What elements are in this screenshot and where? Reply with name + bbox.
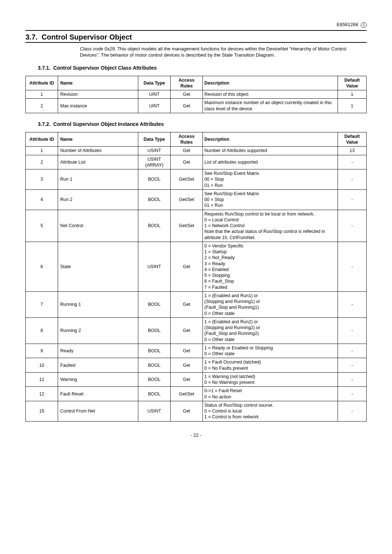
- intro-text: This object models all the management fu…: [80, 46, 346, 58]
- table-row: 2Attribute ListUSINT (ARRAY)GetList of a…: [26, 155, 367, 169]
- cell-id: 2: [26, 155, 58, 169]
- cell-name: Max instance: [58, 99, 138, 113]
- cell-type: BOOL: [138, 317, 171, 344]
- cell-name: Running 1: [58, 291, 138, 317]
- cell-def: -: [338, 317, 367, 344]
- cell-def: -: [338, 210, 367, 242]
- cell-type: BOOL: [138, 210, 171, 242]
- table-row: 3Run 1BOOLGet/SetSee Run/Stop Event Matr…: [26, 169, 367, 190]
- cell-rules: Get/Set: [171, 210, 203, 242]
- cell-id: 6: [26, 242, 58, 291]
- cell-id: 11: [26, 372, 58, 387]
- cell-name: Attribute List: [58, 155, 138, 169]
- cell-name: Faulted: [58, 358, 138, 373]
- cell-desc: See Run/Stop Event Matrix 00 = Stop 01 =…: [203, 189, 338, 210]
- cell-name: Control From Net: [58, 401, 138, 421]
- th-def: Default Value: [338, 132, 367, 147]
- section-number: 3.7.: [25, 33, 37, 41]
- cell-rules: Get/Set: [171, 387, 203, 401]
- class-code: Class code 0x29.: [80, 46, 116, 52]
- cell-rules: Get: [171, 372, 203, 387]
- cell-rules: Get: [171, 401, 203, 421]
- cell-id: 8: [26, 317, 58, 344]
- page-header: E6581268 1: [25, 22, 367, 28]
- th-desc: Description: [203, 76, 338, 90]
- page-number: - 22 -: [25, 432, 367, 438]
- cell-type: BOOL: [138, 291, 171, 317]
- cell-type: BOOL: [138, 358, 171, 373]
- cell-def: -: [338, 189, 367, 210]
- subsection-title-2: 3.7.2. Control Supervisor Object Instanc…: [38, 121, 367, 127]
- cell-name: Number of Attributes: [58, 147, 138, 155]
- instance-attributes-table: Attribute ID Name Data Type Access Rules…: [25, 132, 367, 422]
- subsection-title-1: 3.7.1. Control Supervisor Object Class A…: [38, 65, 367, 71]
- cell-id: 1: [26, 90, 58, 99]
- cell-id: 7: [26, 291, 58, 317]
- table-row: 4Run 2BOOLGet/SetSee Run/Stop Event Matr…: [26, 189, 367, 210]
- cell-id: 12: [26, 387, 58, 401]
- sub1-name: Control Supervisor Object Class Attribut…: [53, 65, 157, 71]
- th-id: Attribute ID: [26, 76, 58, 90]
- table-row: 6StateUSINTGet0 = Vendor Specific 1 = St…: [26, 242, 367, 291]
- th-desc: Description: [203, 132, 338, 147]
- cell-id: 9: [26, 344, 58, 358]
- cell-def: -: [338, 358, 367, 373]
- cell-type: UINT: [138, 90, 171, 99]
- cell-type: BOOL: [138, 189, 171, 210]
- th-rules: Access Rules: [171, 76, 203, 90]
- cell-def: -: [338, 169, 367, 190]
- cell-desc: 1 = Fault Occurred (latched) 0 = No Faul…: [203, 358, 338, 373]
- table-row: 7Running 1BOOLGet1 = (Enabled and Run1) …: [26, 291, 367, 317]
- cell-type: BOOL: [138, 387, 171, 401]
- table-header-row: Attribute ID Name Data Type Access Rules…: [26, 132, 367, 147]
- cell-desc: Status of Run/Stop control sourse. 0 = C…: [203, 401, 338, 421]
- cell-name: Ready: [58, 344, 138, 358]
- cell-rules: Get/Set: [171, 189, 203, 210]
- cell-name: Warning: [58, 372, 138, 387]
- cell-desc: List of attributes supported: [203, 155, 338, 169]
- section-name: Control Supervisor Object: [41, 33, 132, 41]
- cell-desc: 1 = Ready or Enabled or Stopping 0 = Oth…: [203, 344, 338, 358]
- cell-name: Revision: [58, 90, 138, 99]
- sub2-name: Control Supervisor Object Instance Attri…: [53, 121, 164, 127]
- cell-id: 10: [26, 358, 58, 373]
- th-def: Default Value: [338, 76, 367, 90]
- cell-type: USINT: [138, 242, 171, 291]
- cell-rules: Get: [171, 317, 203, 344]
- cell-desc: Requests Run/Stop control to be local or…: [203, 210, 338, 242]
- cell-id: 2: [26, 99, 58, 113]
- cell-desc: 1 = Warning (not latched) 0 = No Warning…: [203, 372, 338, 387]
- cell-def: -: [338, 387, 367, 401]
- cell-name: State: [58, 242, 138, 291]
- revision-mark: 1: [361, 22, 367, 28]
- cell-def: -: [338, 344, 367, 358]
- cell-rules: Get: [171, 147, 203, 155]
- table-row: 8Running 2BOOLGet1 = (Enabled and Run2) …: [26, 317, 367, 344]
- cell-type: USINT: [138, 147, 171, 155]
- cell-id: 15: [26, 401, 58, 421]
- cell-rules: Get: [171, 344, 203, 358]
- cell-desc: 0->1 = Fault Reset 0 = No action: [203, 387, 338, 401]
- cell-rules: Get/Set: [171, 169, 203, 190]
- cell-rules: Get: [171, 242, 203, 291]
- section-title: 3.7. Control Supervisor Object: [25, 33, 367, 43]
- cell-name: Run 1: [58, 169, 138, 190]
- doc-number: E6581268: [336, 22, 358, 27]
- cell-def: 13: [338, 147, 367, 155]
- cell-desc: See Run/Stop Event Matrix 00 = Stop 01 =…: [203, 169, 338, 190]
- cell-def: 1: [338, 90, 367, 99]
- cell-id: 4: [26, 189, 58, 210]
- table-header-row: Attribute ID Name Data Type Access Rules…: [26, 76, 367, 90]
- table-row: 1RevisionUINTGetRevision of this object1: [26, 90, 367, 99]
- cell-name: Net Control: [58, 210, 138, 242]
- cell-id: 1: [26, 147, 58, 155]
- cell-desc: 0 = Vendor Specific 1 = Startup 2 = Not_…: [203, 242, 338, 291]
- cell-type: BOOL: [138, 344, 171, 358]
- cell-type: BOOL: [138, 372, 171, 387]
- cell-name: Fault Reset: [58, 387, 138, 401]
- th-id: Attribute ID: [26, 132, 58, 147]
- cell-name: Run 2: [58, 189, 138, 210]
- cell-rules: Get: [171, 291, 203, 317]
- th-name: Name: [58, 76, 138, 90]
- cell-desc: Revision of this object: [203, 90, 338, 99]
